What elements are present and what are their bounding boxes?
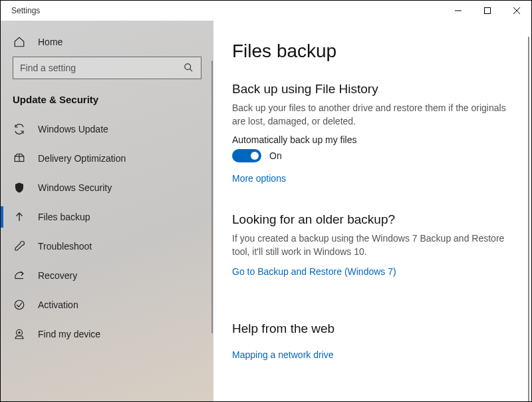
sidebar-item-windows-security[interactable]: Windows Security (1, 173, 213, 202)
titlebar: Settings (1, 1, 531, 21)
location-icon (13, 327, 26, 341)
sidebar-item-recovery[interactable]: Recovery (1, 261, 213, 290)
search-icon (184, 63, 194, 73)
svg-line-5 (190, 69, 192, 71)
category-heading: Update & Security (1, 89, 213, 114)
backup-arrow-icon (13, 210, 26, 224)
home-icon (13, 35, 26, 49)
sidebar-item-label: Activation (38, 300, 78, 310)
main-content: Files backup Back up using File History … (213, 21, 531, 401)
maximize-icon (484, 7, 491, 14)
shield-icon (13, 181, 26, 194)
older-backup-description: If you created a backup using the Window… (232, 232, 513, 258)
recovery-icon (13, 269, 26, 282)
app-name: Settings (1, 6, 40, 15)
mapping-network-drive-link[interactable]: Mapping a network drive (232, 349, 334, 360)
sidebar-item-label: Windows Update (38, 124, 108, 134)
sidebar-item-label: Find my device (38, 329, 100, 339)
search-input[interactable] (13, 57, 201, 79)
svg-point-11 (19, 332, 20, 333)
sidebar-item-label: Troubleshoot (38, 241, 92, 252)
sidebar-item-windows-update[interactable]: Windows Update (1, 114, 213, 144)
close-icon (513, 7, 520, 14)
sidebar-scrollbar[interactable] (211, 61, 213, 333)
sync-icon (13, 122, 26, 136)
page-title: Files backup (232, 41, 513, 62)
sidebar-item-label: Windows Security (38, 182, 112, 193)
auto-backup-label: Automatically back up my files (232, 134, 513, 145)
auto-backup-toggle[interactable] (232, 149, 261, 162)
settings-window: Settings Home (1, 1, 531, 401)
search-field[interactable] (20, 63, 184, 73)
sidebar-item-files-backup[interactable]: Files backup (1, 202, 213, 232)
file-history-description: Back up your files to another drive and … (232, 102, 513, 128)
sidebar-item-label: Delivery Optimization (38, 153, 126, 164)
toggle-state-text: On (269, 150, 282, 161)
auto-backup-toggle-row: On (232, 149, 513, 162)
home-button[interactable]: Home (1, 27, 213, 57)
minimize-icon (455, 7, 462, 14)
window-body: Home Update & Security Windows Update (1, 21, 531, 401)
home-label: Home (38, 37, 63, 47)
window-controls (444, 1, 531, 21)
older-backup-heading: Looking for an older backup? (232, 212, 513, 227)
more-options-link[interactable]: More options (232, 173, 286, 184)
maximize-button[interactable] (473, 1, 502, 21)
main-scrollbar[interactable] (528, 37, 529, 401)
sidebar-item-label: Files backup (38, 212, 90, 222)
svg-point-9 (15, 300, 24, 309)
close-button[interactable] (502, 1, 531, 21)
sidebar-item-troubleshoot[interactable]: Troubleshoot (1, 232, 213, 261)
sidebar-item-label: Recovery (38, 270, 77, 281)
sidebar-item-delivery-optimization[interactable]: Delivery Optimization (1, 144, 213, 173)
toggle-knob (251, 152, 259, 160)
sidebar-item-activation[interactable]: Activation (1, 290, 213, 319)
backup-restore-win7-link[interactable]: Go to Backup and Restore (Windows 7) (232, 266, 396, 277)
sidebar-item-find-my-device[interactable]: Find my device (1, 319, 213, 349)
svg-rect-1 (485, 8, 491, 14)
delivery-icon (13, 152, 26, 165)
svg-point-4 (185, 64, 191, 70)
wrench-icon (13, 240, 26, 253)
minimize-button[interactable] (444, 1, 473, 21)
check-circle-icon (13, 298, 26, 311)
sidebar: Home Update & Security Windows Update (1, 21, 213, 401)
file-history-heading: Back up using File History (232, 82, 513, 97)
help-heading: Help from the web (232, 321, 513, 336)
